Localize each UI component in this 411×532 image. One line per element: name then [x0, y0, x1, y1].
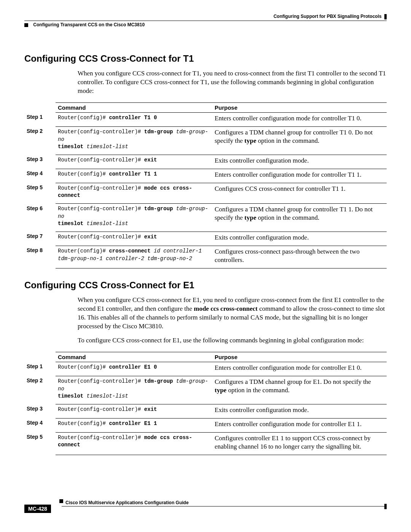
command-cell: Router(config-controller)# exit	[56, 155, 212, 169]
purpose-bold-word: type	[244, 214, 256, 221]
prompt-text: Router(config)#	[58, 420, 109, 427]
table-row: Step 3Router(config-controller)# exitExi…	[24, 404, 387, 418]
table-row: Step 5Router(config-controller)# mode cc…	[24, 183, 387, 203]
command-cell: Router(config)# controller E1 1	[56, 418, 212, 432]
purpose-text: Exits controller configuration mode.	[215, 406, 309, 414]
page-footer: Cisco IOS Multiservice Applications Conf…	[24, 501, 387, 518]
purpose-cell: Configures a TDM channel group for contr…	[212, 126, 387, 155]
step-label: Step 3	[24, 404, 56, 418]
step-label: Step 3	[24, 155, 56, 169]
prompt-text: Router(config)#	[58, 248, 109, 254]
purpose-text: Enters controller configuration mode for…	[215, 420, 362, 428]
t1-heading: Configuring CCS Cross-Connect for T1	[24, 53, 387, 64]
prompt-text: Router(config)#	[58, 115, 109, 121]
command-arg: timeslot-list	[83, 220, 128, 227]
command-cell: Router(config-controller)# mode ccs cros…	[56, 183, 212, 203]
command-keyword: controller T1 0	[109, 115, 157, 121]
purpose-bold-word: type	[244, 137, 256, 144]
command-keyword: timeslot	[58, 393, 83, 399]
e1-intro-2: To configure CCS cross-connect for E1, u…	[24, 336, 387, 345]
page-number-badge: MC-428	[24, 505, 51, 513]
step-label: Step 7	[24, 232, 56, 246]
header-rule	[24, 21, 387, 21]
t1-intro: When you configure CCS cross-connect for…	[24, 69, 387, 96]
section-breadcrumb-text: Configuring Transparent CCS on the Cisco…	[33, 22, 145, 27]
prompt-text: Router(config)#	[58, 364, 109, 370]
command-cell: Router(config)# controller T1 1	[56, 169, 212, 183]
table-row: Step 2Router(config-controller)# tdm-gro…	[24, 376, 387, 404]
command-cell: Router(config)# controller T1 0	[56, 112, 212, 126]
table-row: Step 8Router(config)# cross-connect id c…	[24, 246, 387, 268]
prompt-text: Router(config-controller)#	[58, 234, 144, 240]
step-label: Step 8	[24, 246, 56, 268]
command-arg: timeslot-list	[83, 144, 128, 150]
table-row: Step 4Router(config)# controller T1 1Ent…	[24, 169, 387, 183]
step-label: Step 1	[24, 112, 56, 126]
command-keyword: tdm-group	[144, 206, 173, 212]
purpose-text: Enters controller configuration mode for…	[215, 115, 362, 122]
step-label: Step 4	[24, 418, 56, 432]
purpose-text: option in the command.	[256, 214, 320, 221]
command-keyword: tdm-group	[144, 378, 173, 384]
t1-th-command: Command	[56, 102, 212, 112]
command-keyword: controller E1 1	[109, 420, 157, 427]
command-cell: Router(config)# controller E1 0	[56, 362, 212, 376]
e1-heading: Configuring CCS Cross-Connect for E1	[24, 280, 387, 291]
command-keyword: controller E1 0	[109, 364, 157, 370]
t1-command-table: Command Purpose Step 1Router(config)# co…	[24, 102, 387, 268]
e1-intro-1: When you configure CCS cross-connect for…	[24, 296, 387, 331]
purpose-text: Enters controller configuration mode for…	[215, 171, 362, 178]
table-row: Step 7Router(config-controller)# exitExi…	[24, 232, 387, 246]
e1-th-step	[24, 352, 56, 362]
purpose-cell: Configures CCS cross-connect for control…	[212, 183, 387, 203]
purpose-cell: Exits controller configuration mode.	[212, 404, 387, 418]
command-keyword: exit	[144, 234, 157, 240]
purpose-bold-word: type	[215, 387, 226, 394]
purpose-text: Configures cross-connect pass-through be…	[215, 248, 360, 264]
command-cell: Router(config-controller)# exit	[56, 232, 212, 246]
footer-rule	[62, 506, 387, 506]
purpose-cell: Enters controller configuration mode for…	[212, 418, 387, 432]
command-keyword: exit	[144, 157, 157, 163]
purpose-cell: Enters controller configuration mode for…	[212, 169, 387, 183]
purpose-text: option in the command.	[226, 387, 290, 394]
prompt-text: Router(config-controller)#	[58, 378, 144, 384]
table-row: Step 4Router(config)# controller E1 1Ent…	[24, 418, 387, 432]
square-bullet-icon	[24, 23, 28, 27]
command-keyword: controller T1 1	[109, 171, 157, 177]
table-row: Step 5Router(config-controller)# mode cc…	[24, 432, 387, 455]
purpose-cell: Configures cross-connect pass-through be…	[212, 246, 387, 268]
command-cell: Router(config-controller)# tdm-group tdm…	[56, 204, 212, 232]
prompt-text: Router(config-controller)#	[58, 129, 144, 135]
purpose-text: Configures controller E1 1 to support CC…	[215, 435, 371, 450]
command-keyword: cross-connect	[109, 248, 150, 254]
page: Configuring Support for PBX Signalling P…	[0, 0, 411, 532]
step-label: Step 5	[24, 183, 56, 203]
purpose-cell: Enters controller configuration mode for…	[212, 362, 387, 376]
purpose-text: Exits controller configuration mode.	[215, 157, 309, 164]
table-row: Step 6Router(config-controller)# tdm-gro…	[24, 204, 387, 232]
chapter-title-text: Configuring Support for PBX Signalling P…	[274, 14, 382, 19]
prompt-text: Router(config-controller)#	[58, 185, 144, 191]
purpose-cell: Configures controller E1 1 to support CC…	[212, 432, 387, 455]
step-label: Step 2	[24, 376, 56, 404]
purpose-text: Exits controller configuration mode.	[215, 234, 309, 241]
prompt-text: Router(config-controller)#	[58, 157, 144, 163]
header-bar-icon	[384, 14, 387, 19]
purpose-cell: Exits controller configuration mode.	[212, 232, 387, 246]
purpose-cell: Configures a TDM channel group for E1. D…	[212, 376, 387, 404]
command-arg: timeslot-list	[83, 393, 128, 399]
step-label: Step 2	[24, 126, 56, 155]
prompt-text: Router(config)#	[58, 171, 109, 177]
command-cell: Router(config-controller)# tdm-group tdm…	[56, 376, 212, 404]
t1-th-step	[24, 102, 56, 112]
running-header: Configuring Support for PBX Signalling P…	[24, 14, 387, 30]
command-keyword: tdm-group	[144, 129, 173, 135]
purpose-cell: Enters controller configuration mode for…	[212, 112, 387, 126]
chapter-title: Configuring Support for PBX Signalling P…	[274, 14, 387, 19]
prompt-text: Router(config-controller)#	[58, 206, 144, 212]
t1-th-purpose: Purpose	[212, 102, 387, 112]
e1-th-command: Command	[56, 352, 212, 362]
step-label: Step 1	[24, 362, 56, 376]
e1-th-purpose: Purpose	[212, 352, 387, 362]
